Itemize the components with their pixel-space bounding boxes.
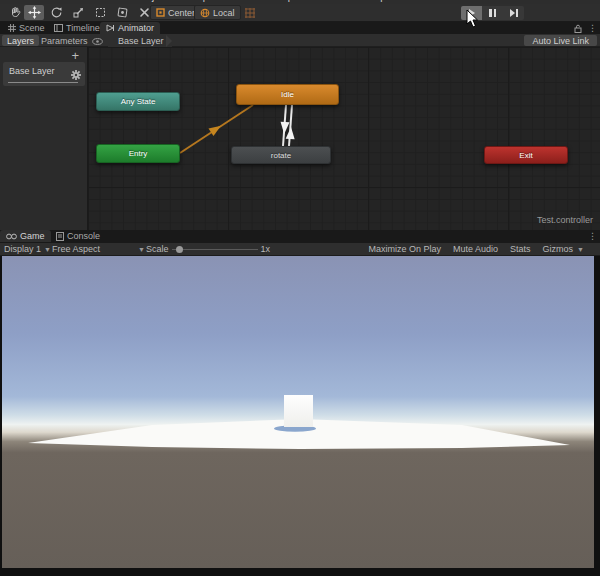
aspect-dropdown-label: Free Aspect [52,244,100,254]
controller-name: Test.controller [537,215,593,225]
window-menu-icon[interactable]: ⋮ [588,23,597,33]
game-viewport[interactable] [2,256,594,568]
tab-timeline[interactable]: Timeline [48,22,106,34]
scale-slider-thumb[interactable] [176,246,183,253]
state-node-rotate[interactable]: rotate [231,146,331,164]
scale-slider[interactable] [172,249,258,250]
grid-snap-icon [244,7,256,19]
edge-rotate-to-idle[interactable] [289,105,292,146]
game-view [0,256,600,576]
layers-toggle[interactable]: Layers [2,35,39,46]
tab-console[interactable]: Console [50,230,106,242]
chevron-down-icon: ▼ [138,246,145,253]
menu-help[interactable]: Help [365,0,386,2]
scene-icon [8,24,16,32]
hand-tool-button[interactable] [5,5,25,20]
rotate-tool-button[interactable] [46,5,66,20]
tab-animator[interactable]: Animator [100,22,160,34]
state-node-exit[interactable]: Exit [484,146,568,164]
scale-label: Scale [146,244,169,254]
chevron-down-icon: ▼ [44,246,51,253]
layer-row-base-layer[interactable]: Base Layer [3,62,85,86]
move-icon [28,6,41,19]
state-label: rotate [271,151,291,160]
step-icon [510,9,518,17]
animator-icon [106,24,115,32]
menu-window[interactable]: Window [316,0,352,2]
animator-tabbar: Scene Timeline Animator ⋮ [0,22,600,34]
pivot-icon [156,8,165,17]
tab-scene-label: Scene [19,23,45,33]
pause-button[interactable] [482,6,503,20]
layers-label: Layers [7,36,34,46]
scene-render [2,256,594,568]
transform-icon [116,6,129,19]
breadcrumb[interactable]: Base Layer [108,34,172,47]
maximize-on-play-toggle[interactable]: Maximize On Play [368,244,441,254]
scale-value: 1x [261,244,271,254]
chevron-down-icon: ▼ [577,246,584,253]
stats-toggle[interactable]: Stats [510,244,531,254]
orientation-toggle-button[interactable]: Local [194,5,241,20]
menu-mobile-input[interactable]: Mobile Input [247,0,301,2]
mouse-cursor [466,10,479,32]
menu-gameobject[interactable]: GameObject [111,0,167,2]
edge-idle-to-rotate-arrow [280,122,290,135]
state-node-entry[interactable]: Entry [96,144,180,163]
display-dropdown-label: Display 1 [4,244,41,254]
transform-tool-button[interactable] [112,5,132,20]
cube [284,395,313,427]
game-toolbar: Display 1 ▼ Free Aspect ▼ Scale 1x Maxim… [0,243,600,256]
layer-weight-slider[interactable] [8,82,78,83]
grid-snap-button[interactable] [240,5,260,20]
parameters-toggle[interactable]: Parameters [36,35,93,46]
main-toolbar: Center Local [0,4,600,22]
step-button[interactable] [503,6,524,20]
tab-animator-label: Animator [118,23,154,33]
tab-scene[interactable]: Scene [2,22,51,34]
game-tabbar: Game Console ⋮ [0,230,600,243]
eye-icon[interactable] [92,37,103,47]
tab-console-label: Console [67,231,100,241]
scale-tool-button[interactable] [68,5,88,20]
display-dropdown[interactable]: Display 1 ▼ [4,243,51,255]
gizmos-dropdown[interactable]: Gizmos [543,244,574,254]
mute-audio-toggle[interactable]: Mute Audio [453,244,498,254]
pause-icon [489,9,496,17]
game-icon [6,233,17,240]
animator-graph[interactable]: Any State Idle Entry rotate Exit Test.co… [88,47,600,230]
move-tool-button[interactable] [24,5,44,20]
orientation-label: Local [213,8,235,18]
game-window-menu-icon[interactable]: ⋮ [588,231,597,241]
state-node-any-state[interactable]: Any State [96,92,180,111]
scale-control: Scale 1x [146,243,270,255]
edge-rotate-to-idle-arrow [286,127,296,140]
state-label: Exit [519,151,532,160]
add-layer-button[interactable]: + [71,50,79,62]
menu-edit[interactable]: Edit [36,0,53,2]
transition-edges [88,47,600,230]
globe-icon [200,8,210,18]
wrench-icon [138,6,151,19]
aspect-dropdown[interactable]: Free Aspect ▼ [52,243,145,255]
rect-tool-button[interactable] [90,5,110,20]
menu-assets[interactable]: Assets [67,0,97,2]
tab-timeline-label: Timeline [66,23,100,33]
unity-editor: File Edit Assets GameObject Component Mo… [0,0,600,576]
layer-name: Base Layer [9,66,55,76]
tab-game-label: Game [20,231,45,241]
animator-toolbar: Layers Parameters Base Layer Auto Live L… [0,34,600,47]
rotate-icon [50,6,63,19]
state-node-idle[interactable]: Idle [236,84,339,105]
layers-panel: + Base Layer [0,47,88,230]
parameters-label: Parameters [41,36,88,46]
menu-file[interactable]: File [6,0,22,2]
console-icon [56,232,64,241]
menu-component[interactable]: Component [182,0,234,2]
state-label: Any State [121,97,156,106]
lock-icon[interactable] [574,24,582,33]
auto-live-link-button[interactable]: Auto Live Link [524,35,597,46]
timeline-icon [54,24,63,32]
tab-game[interactable]: Game [0,230,51,242]
auto-live-link-label: Auto Live Link [532,36,589,46]
